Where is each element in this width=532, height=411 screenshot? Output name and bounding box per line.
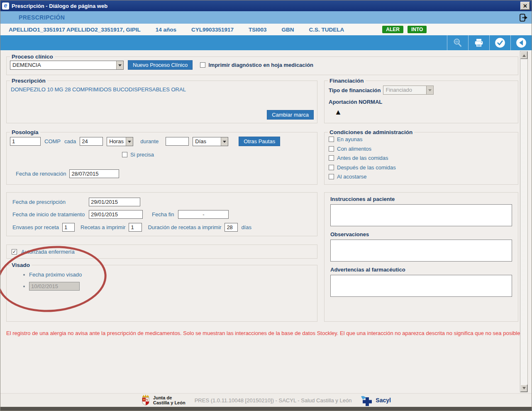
- dialog-window: e Prescripción - Diálogo de página web ✕…: [0, 0, 532, 411]
- con-alimentos-label: Con alimentos: [337, 146, 371, 152]
- back-arrow-icon: [516, 37, 527, 48]
- fecha-fin-label: Fecha fin: [152, 211, 174, 218]
- warning-triangle-icon: ▲: [334, 108, 342, 116]
- interval-unit-value: Horas: [107, 137, 126, 146]
- form-content: Proceso clínico DEMENCIA Nuevo Proceso C…: [0, 50, 532, 393]
- dropdown-arrow-icon[interactable]: [221, 137, 228, 146]
- section-title-posologia: Posología: [10, 129, 40, 135]
- fecha-prescripcion-input[interactable]: [89, 198, 140, 206]
- dose-unit-label: COMP: [44, 138, 61, 144]
- section-title-financiacion: Financiación: [328, 78, 366, 84]
- printer-icon: [474, 38, 484, 48]
- fecha-renovacion-label: Fecha de renovación: [16, 171, 66, 177]
- print-button[interactable]: [468, 35, 489, 50]
- duration-input[interactable]: [166, 137, 189, 146]
- scroll-up-icon: [522, 53, 526, 57]
- en-ayunas-checkbox[interactable]: [329, 137, 334, 142]
- fecha-inicio-label: Fecha de inicio de tratamiento: [12, 211, 89, 218]
- imprimir-diagnostico-checkbox[interactable]: [200, 62, 205, 68]
- despues-comidas-checkbox[interactable]: [329, 165, 334, 170]
- cambiar-marca-button[interactable]: Cambiar marca: [267, 110, 314, 120]
- close-button[interactable]: ✕: [520, 2, 530, 10]
- durante-label: durante: [140, 138, 159, 144]
- autorizada-enfermeria-checkbox[interactable]: ✓: [12, 249, 17, 254]
- section-financiacion: Financiación Tipo de financiación Financ…: [324, 78, 518, 123]
- otras-pautas-button[interactable]: Otras Pautas: [239, 137, 280, 146]
- duracion-recetas-label: Duración de recetas a imprimir: [148, 224, 221, 230]
- interval-input[interactable]: [80, 137, 103, 146]
- dias-label: días: [241, 224, 251, 230]
- al-acostarse-checkbox[interactable]: [329, 174, 334, 179]
- recetas-label: Recetas a imprimir: [81, 224, 125, 230]
- dropdown-arrow-icon[interactable]: [116, 61, 123, 69]
- condition-row: En ayunas: [329, 136, 514, 142]
- observaciones-label: Observaciones: [330, 231, 512, 237]
- tipo-financiacion-label: Tipo de financiación: [329, 87, 381, 93]
- bullet-icon: [23, 286, 25, 287]
- patient-group: GBN: [282, 27, 294, 33]
- section-visado: Visado Fecha próximo visado: [6, 262, 317, 322]
- dropdown-arrow-icon[interactable]: [126, 137, 133, 146]
- scroll-down-button[interactable]: [520, 384, 527, 392]
- vertical-scrollbar[interactable]: [520, 51, 528, 392]
- interval-unit-select[interactable]: Horas: [107, 137, 133, 146]
- section-title-proceso: Proceso clínico: [10, 54, 55, 60]
- title-bar: e Prescripción - Diálogo de página web ✕: [0, 0, 532, 11]
- section-title-prescripcion: Prescripción: [10, 78, 47, 84]
- tipo-financiacion-value: Financiado: [383, 86, 426, 94]
- aportacion-label: Aportación NORMAL: [329, 99, 514, 105]
- exit-button[interactable]: [518, 12, 528, 22]
- nuevo-proceso-button[interactable]: Nuevo Proceso Clínico: [128, 60, 193, 70]
- section-title-visado: Visado: [10, 262, 32, 268]
- envases-input[interactable]: [62, 223, 75, 232]
- allergy-warning-text: El registro de una alergia no avisa ante…: [6, 330, 517, 336]
- footer: Junta de Castilla y León PRES (1.0.11.10…: [0, 393, 532, 407]
- app-banner: PRESCRIPCIÓN: [0, 11, 532, 24]
- sacyl-logo-icon: [361, 395, 373, 406]
- duration-unit-value: Días: [193, 137, 221, 146]
- condition-row: Después de las comidas: [329, 164, 514, 171]
- window-title: Prescripción - Diálogo de página web: [12, 3, 518, 9]
- recetas-input[interactable]: [129, 223, 142, 232]
- page-title: PRESCRIPCIÓN: [19, 14, 518, 21]
- tipo-financiacion-select: Financiado: [383, 86, 434, 95]
- section-condiciones: Condiciones de administración En ayunas …: [324, 129, 518, 185]
- search-button[interactable]: [447, 35, 468, 50]
- patient-tsi: TSI003: [249, 27, 267, 33]
- fecha-renovacion-input[interactable]: [69, 169, 119, 178]
- drug-name: DONEPEZILO 10 MG 28 COMPRIMIDOS BUCODISP…: [7, 84, 317, 95]
- section-notas: Instrucciones al paciente Observaciones …: [324, 192, 518, 322]
- junta-logo-text: Junta de Castilla y León: [153, 395, 185, 405]
- section-proceso-clinico: Proceso clínico DEMENCIA Nuevo Proceso C…: [6, 54, 518, 75]
- duracion-recetas-input[interactable]: [225, 223, 238, 232]
- confirm-button[interactable]: [489, 35, 510, 50]
- envases-label: Envases por receta: [12, 224, 59, 230]
- instrucciones-textarea[interactable]: [330, 204, 512, 226]
- scroll-up-button[interactable]: [520, 51, 527, 59]
- observaciones-textarea[interactable]: [330, 240, 512, 262]
- fecha-fin-input[interactable]: [178, 210, 229, 219]
- allergy-badge[interactable]: ALER: [382, 26, 403, 33]
- fecha-inicio-input[interactable]: [89, 210, 143, 219]
- autorizada-enfermeria-label: Autorizada enfermería: [21, 249, 75, 255]
- internet-explorer-icon: e: [2, 2, 9, 10]
- proceso-clinico-select[interactable]: DEMENCIA: [10, 61, 124, 70]
- intolerance-badge[interactable]: INTO: [408, 26, 427, 33]
- advertencias-textarea[interactable]: [330, 275, 512, 297]
- condition-row: Al acostarse: [329, 174, 514, 180]
- fecha-proximo-visado-input: [29, 282, 80, 291]
- si-precisa-checkbox[interactable]: [122, 152, 127, 157]
- app-version-text: PRES (1.0.11.10048 [20150210]) - SACYL -…: [195, 397, 352, 404]
- alert-badges: ALER INTO: [382, 26, 427, 33]
- con-alimentos-checkbox[interactable]: [329, 146, 334, 152]
- duration-unit-select[interactable]: Días: [193, 137, 228, 146]
- dose-input[interactable]: [10, 137, 41, 146]
- toolbar: [0, 35, 532, 50]
- despues-comidas-label: Después de las comidas: [337, 164, 396, 171]
- cada-label: cada: [64, 138, 76, 144]
- antes-comidas-checkbox[interactable]: [329, 155, 334, 161]
- condition-row: Con alimentos: [329, 146, 514, 152]
- back-button[interactable]: [510, 35, 532, 50]
- al-acostarse-label: Al acostarse: [337, 174, 367, 180]
- bullet-icon: [23, 274, 25, 276]
